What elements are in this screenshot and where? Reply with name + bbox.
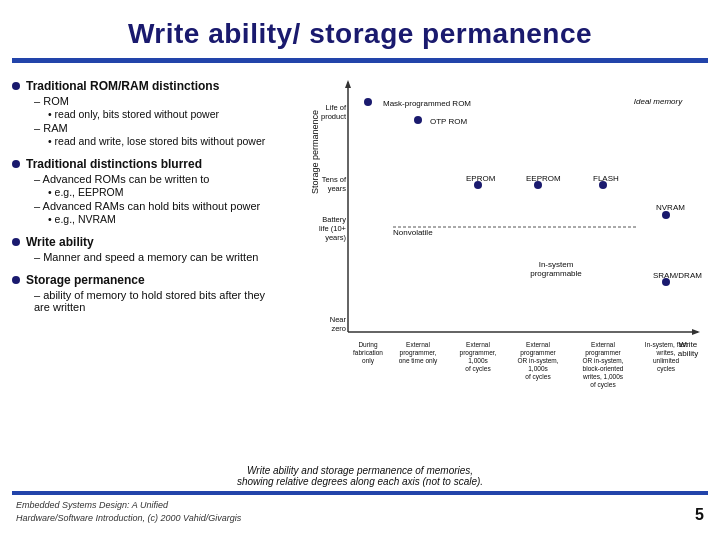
x-label-4f: of cycles [590,381,616,389]
nonvolatile-label: Nonvolatile [393,228,433,237]
row-label-battery3: years) [325,233,346,242]
svg-marker-2 [345,80,351,88]
footer-citation: Embedded Systems Design: A Unified Hardw… [16,499,241,524]
label-mask-rom: Mask-programmed ROM [383,99,471,108]
bullet-2: Traditional distinctions blurred [12,157,282,171]
x-label-5: In-system, fast [645,341,687,349]
bullet-1-sub-1-sub-1: read only, bits stored without power [48,108,282,120]
x-label-4e: writes, 1,000s [582,373,624,380]
bullet-2-sub-1: Advanced ROMs can be written to [34,173,282,185]
x-axis-write-ability-label2: ability [678,349,698,358]
bullet-3: Write ability [12,235,282,249]
page-number: 5 [695,506,704,524]
point-nvram [662,211,670,219]
bullet-1-text: Traditional ROM/RAM distinctions [26,79,219,93]
label-eeprom: EEPROM [526,174,561,183]
bottom-caption: Write ability and storage permanence of … [12,465,708,487]
label-nvram: NVRAM [656,203,685,212]
bullet-dot-2 [12,160,20,168]
bullet-2-text: Traditional distinctions blurred [26,157,202,171]
bullet-4-sub-1: ability of memory to hold stored bits af… [34,289,282,313]
row-label-battery: Battery [322,215,346,224]
x-label-2: External [466,341,490,348]
footer-line1: Embedded Systems Design: A Unified [16,500,168,510]
x-label-3d: 1,000s [528,365,548,372]
bullet-1: Traditional ROM/RAM distinctions [12,79,282,93]
x-label-3e: of cycles [525,373,551,381]
bullet-dot-3 [12,238,20,246]
caption-line2: showing relative degrees along each axis… [237,476,483,487]
x-label-5b: writes, [656,349,676,356]
right-panel: Storage permanence Write ability Life of… [290,67,708,463]
bullet-2-sub-1-sub-1: e.g., EEPROM [48,186,282,198]
row-label-life2: product [321,112,347,121]
x-label-4: External [591,341,615,348]
x-label-2c: 1,000s [468,357,488,364]
in-system-label: In-system [539,260,574,269]
bullet-2-sub-2-sub-1: e.g., NVRAM [48,213,282,225]
point-otp-rom [414,116,422,124]
footer-line2: Hardware/Software Introduction, (c) 2000… [16,513,241,523]
x-label-4b: programmer [585,349,621,357]
x-label-1b: programmer, [400,349,437,357]
x-label-3b: programmer [520,349,556,357]
x-label-4c: OR in-system, [582,357,623,365]
bullet-3-sub-1: Manner and speed a memory can be written [34,251,282,263]
point-mask-rom [364,98,372,106]
x-label-5d: cycles [657,365,676,373]
row-label-near: Near [330,315,347,324]
x-label-0: During [358,341,378,349]
bullet-1-sub-1: ROM [34,95,282,107]
page-title: Write ability/ storage permanence [0,0,720,58]
x-label-3c: OR in-system, [517,357,558,365]
x-label-0b: fabrication [353,349,383,356]
main-content: Traditional ROM/RAM distinctions ROM rea… [0,63,720,463]
label-flash: FLASH [593,174,619,183]
x-label-0c: only [362,357,375,365]
x-label-1c: one time only [399,357,438,365]
caption-line1: Write ability and storage permanence of … [247,465,473,476]
bullet-4: Storage permanence [12,273,282,287]
bullet-dot [12,82,20,90]
x-label-3: External [526,341,550,348]
bullet-1-sub-2-sub-1: read and write, lose stored bits without… [48,135,282,147]
row-label-life: Life of [326,103,347,112]
bullet-3-text: Write ability [26,235,94,249]
x-label-1: External [406,341,430,348]
x-label-2d: of cycles [465,365,491,373]
label-eprom: EPROM [466,174,496,183]
row-label-tens2: years [328,184,347,193]
footer: Embedded Systems Design: A Unified Hardw… [0,495,720,526]
row-label-tens: Tens of [322,175,347,184]
bullet-dot-4 [12,276,20,284]
label-otp-rom: OTP ROM [430,117,468,126]
chart-svg: Storage permanence Write ability Life of… [308,67,708,407]
left-panel: Traditional ROM/RAM distinctions ROM rea… [12,67,282,463]
x-label-5c: unlimited [653,357,679,364]
label-sram-dram: SRAM/DRAM [653,271,702,280]
bullet-4-text: Storage permanence [26,273,145,287]
row-label-battery2: life (10+ [319,224,347,233]
bullet-1-sub-2: RAM [34,122,282,134]
svg-marker-3 [692,329,700,335]
x-label-4d: block-oriented [583,365,624,372]
row-label-near2: zero [331,324,346,333]
bullet-2-sub-2: Advanced RAMs can hold bits without powe… [34,200,282,212]
ideal-memory-label: Ideal memory [634,97,683,106]
y-axis-label: Storage permanence [310,110,320,194]
x-label-2b: programmer, [460,349,497,357]
in-system-label2: programmable [530,269,582,278]
